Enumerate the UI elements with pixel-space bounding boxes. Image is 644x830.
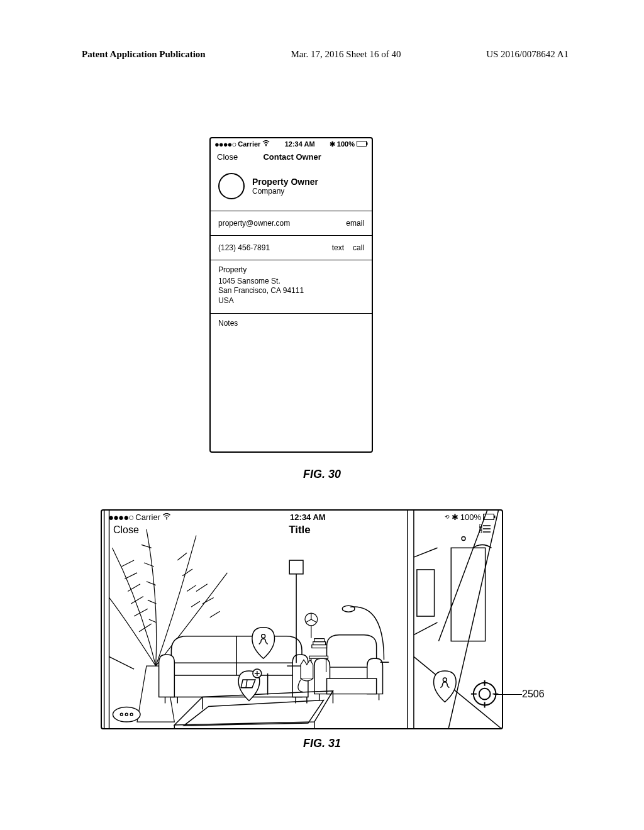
email-row[interactable]: property@owner.com email <box>211 211 372 235</box>
svg-rect-70 <box>479 531 482 533</box>
svg-line-42 <box>109 656 135 669</box>
pub-label: Patent Application Publication <box>82 49 206 60</box>
svg-rect-2 <box>367 143 368 145</box>
pub-number: US 2016/0078642 A1 <box>486 49 569 60</box>
battery-icon <box>483 512 496 522</box>
fig30-phone-frame: ●●●●○ Carrier 12:34 AM ✱ 100% Close Cont… <box>209 137 373 453</box>
svg-point-0 <box>265 145 267 147</box>
status-time: 12:34 AM <box>285 140 315 148</box>
battery-pct: 100% <box>337 140 355 148</box>
status-bar: ●●●●○ Carrier 12:34 AM ⟲ ✱ 100% <box>102 511 502 523</box>
email-action-button[interactable]: email <box>346 219 364 228</box>
svg-point-63 <box>166 518 167 519</box>
table-pin-marker[interactable] <box>239 672 262 703</box>
status-right: ✱ 100% <box>330 140 368 148</box>
avatar-placeholder-icon <box>218 173 245 199</box>
phone-row[interactable]: (123) 456-7891 text call <box>211 236 372 260</box>
status-bar: ●●●●○ Carrier 12:34 AM ✱ 100% <box>211 138 372 150</box>
page-header: Patent Application Publication Mar. 17, … <box>82 49 569 60</box>
text-action-button[interactable]: text <box>332 243 344 252</box>
more-options-button[interactable] <box>112 707 140 722</box>
carrier-label: Carrier <box>135 512 160 522</box>
status-left: ●●●●○ Carrier <box>214 140 270 149</box>
owner-text: Property Owner Company <box>252 177 318 196</box>
svg-point-25 <box>342 606 355 612</box>
signal-dots-icon: ●●●●○ <box>108 512 133 523</box>
bluetooth-icon: ✱ <box>452 512 458 522</box>
screen-title: Title <box>120 524 479 536</box>
screen-title: Contact Owner <box>219 152 365 162</box>
svg-line-8 <box>414 548 438 557</box>
svg-rect-65 <box>494 515 496 517</box>
svg-rect-11 <box>417 570 435 616</box>
svg-rect-31 <box>313 642 326 645</box>
phone-value: (123) 456-7891 <box>218 243 270 252</box>
notes-label: Notes <box>218 319 364 328</box>
orientation-lock-icon: ⟲ <box>445 514 450 520</box>
svg-rect-66 <box>479 524 482 527</box>
notes-block[interactable]: Notes <box>211 314 372 333</box>
status-right: ⟲ ✱ 100% <box>445 512 496 522</box>
svg-line-9 <box>414 622 438 635</box>
menu-icon[interactable] <box>479 523 491 536</box>
svg-rect-64 <box>484 514 494 519</box>
fig31-caption: FIG. 31 <box>0 737 644 750</box>
bluetooth-icon: ✱ <box>330 140 335 148</box>
fig31-phone-frame: ●●●●○ Carrier 12:34 AM ⟲ ✱ 100% Close Ti… <box>101 509 503 729</box>
battery-icon <box>357 140 368 148</box>
address-label: Property <box>218 265 364 275</box>
reference-number: 2506 <box>522 689 545 700</box>
address-line2: San Francisco, CA 94111 <box>218 286 364 296</box>
sofa-pin-marker[interactable] <box>253 627 275 658</box>
address-line1: 1045 Sansome St. <box>218 277 364 287</box>
email-value: property@owner.com <box>218 219 290 228</box>
nav-bar: Close Contact Owner <box>211 150 372 168</box>
svg-rect-1 <box>357 141 367 147</box>
battery-pct: 100% <box>460 512 481 522</box>
call-action-button[interactable]: call <box>353 243 364 252</box>
svg-rect-32 <box>314 639 325 642</box>
owner-company: Company <box>252 187 318 196</box>
capture-target-button[interactable] <box>472 679 497 704</box>
fig30-caption: FIG. 30 <box>0 468 644 481</box>
wifi-icon <box>162 512 171 522</box>
signal-dots-icon: ●●●●○ <box>214 140 236 149</box>
wifi-icon <box>262 140 270 148</box>
svg-rect-22 <box>289 560 303 574</box>
hallway-pin-marker[interactable] <box>436 672 459 703</box>
address-line3: USA <box>218 296 364 306</box>
reference-leader-line <box>494 694 522 695</box>
svg-rect-68 <box>479 528 482 530</box>
svg-rect-30 <box>312 645 327 648</box>
svg-rect-27 <box>309 656 328 658</box>
status-left: ●●●●○ Carrier <box>108 512 171 523</box>
carrier-label: Carrier <box>238 140 260 148</box>
address-block: Property 1045 Sansome St. San Francisco,… <box>211 260 372 313</box>
sheet-info: Mar. 17, 2016 Sheet 16 of 40 <box>291 49 401 60</box>
owner-name: Property Owner <box>252 177 318 187</box>
owner-header: Property Owner Company <box>211 168 372 211</box>
status-time: 12:34 AM <box>290 512 326 522</box>
nav-bar: Close Title <box>102 523 502 539</box>
